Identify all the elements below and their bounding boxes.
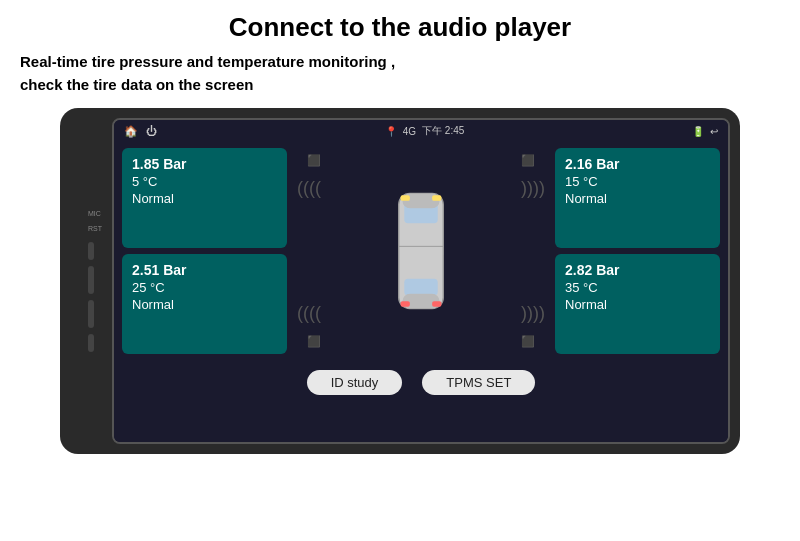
- time-display: 下午 2:45: [422, 124, 464, 138]
- mic-label: MIC: [88, 210, 102, 217]
- svg-rect-9: [432, 301, 441, 307]
- rr-pressure: 2.82 Bar: [565, 262, 710, 278]
- fr-pressure: 2.16 Bar: [565, 156, 710, 172]
- fr-status: Normal: [565, 191, 710, 206]
- status-right: 🔋 ↩: [692, 126, 718, 137]
- tpms-display: 1.85 Bar 5 °C Normal 2.16 Bar 15 °C Norm…: [114, 142, 728, 442]
- fl-status: Normal: [132, 191, 277, 206]
- tire-rear-left: 2.51 Bar 25 °C Normal: [122, 254, 287, 354]
- side-button-vol-down[interactable]: [88, 300, 94, 328]
- side-buttons: MIC RST: [88, 210, 102, 352]
- svg-rect-8: [401, 301, 410, 307]
- back-icon: ↩: [710, 126, 718, 137]
- signal-rr: )))): [521, 303, 545, 324]
- page: Connect to the audio player Real-time ti…: [0, 0, 800, 466]
- svg-rect-6: [401, 195, 410, 201]
- rl-pressure: 2.51 Bar: [132, 262, 277, 278]
- side-button-1[interactable]: [88, 242, 94, 260]
- id-study-button[interactable]: ID study: [307, 370, 403, 395]
- signal-fr: )))): [521, 178, 545, 199]
- subtitle: Real-time tire pressure and temperature …: [20, 51, 780, 96]
- device-wrap: MIC RST 🏠 ⏻ 📍 4G 下午 2:45: [20, 108, 780, 454]
- signal-label: 4G: [403, 126, 416, 137]
- rl-temp: 25 °C: [132, 280, 277, 295]
- device-outer: MIC RST 🏠 ⏻ 📍 4G 下午 2:45: [60, 108, 740, 454]
- status-center: 📍 4G 下午 2:45: [385, 124, 465, 138]
- car-center: )))) )))) )))) )))) ⬛ ⬛ ⬛ ⬛: [293, 148, 549, 354]
- location-icon: 📍: [385, 126, 397, 137]
- screen: 🏠 ⏻ 📍 4G 下午 2:45 🔋 ↩: [112, 118, 730, 444]
- signal-rl: )))): [297, 303, 321, 324]
- tire-icon-rl: ⬛: [307, 335, 321, 348]
- status-bar: 🏠 ⏻ 📍 4G 下午 2:45 🔋 ↩: [114, 120, 728, 142]
- fr-temp: 15 °C: [565, 174, 710, 189]
- battery-icon: 🔋: [692, 126, 704, 137]
- car-svg: [376, 186, 466, 316]
- rl-status: Normal: [132, 297, 277, 312]
- power-icon: ⏻: [146, 125, 157, 137]
- tire-icon-fl: ⬛: [307, 154, 321, 167]
- tpms-set-button[interactable]: TPMS SET: [422, 370, 535, 395]
- rr-temp: 35 °C: [565, 280, 710, 295]
- tire-icon-fr: ⬛: [521, 154, 535, 167]
- fl-pressure: 1.85 Bar: [132, 156, 277, 172]
- side-button-4[interactable]: [88, 334, 94, 352]
- bottom-buttons: ID study TPMS SET: [122, 360, 720, 405]
- svg-rect-2: [404, 279, 437, 296]
- side-button-vol-up[interactable]: [88, 266, 94, 294]
- page-title: Connect to the audio player: [20, 12, 780, 43]
- svg-rect-7: [432, 195, 441, 201]
- tire-rear-right: 2.82 Bar 35 °C Normal: [555, 254, 720, 354]
- subtitle-line2: check the tire data on the screen: [20, 76, 253, 93]
- home-icon: 🏠: [124, 125, 138, 138]
- tire-front-left: 1.85 Bar 5 °C Normal: [122, 148, 287, 248]
- rr-status: Normal: [565, 297, 710, 312]
- status-left: 🏠 ⏻: [124, 125, 157, 138]
- tire-icon-rr: ⬛: [521, 335, 535, 348]
- fl-temp: 5 °C: [132, 174, 277, 189]
- rst-label: RST: [88, 225, 102, 232]
- signal-fl: )))): [297, 178, 321, 199]
- tire-front-right: 2.16 Bar 15 °C Normal: [555, 148, 720, 248]
- subtitle-line1: Real-time tire pressure and temperature …: [20, 53, 395, 70]
